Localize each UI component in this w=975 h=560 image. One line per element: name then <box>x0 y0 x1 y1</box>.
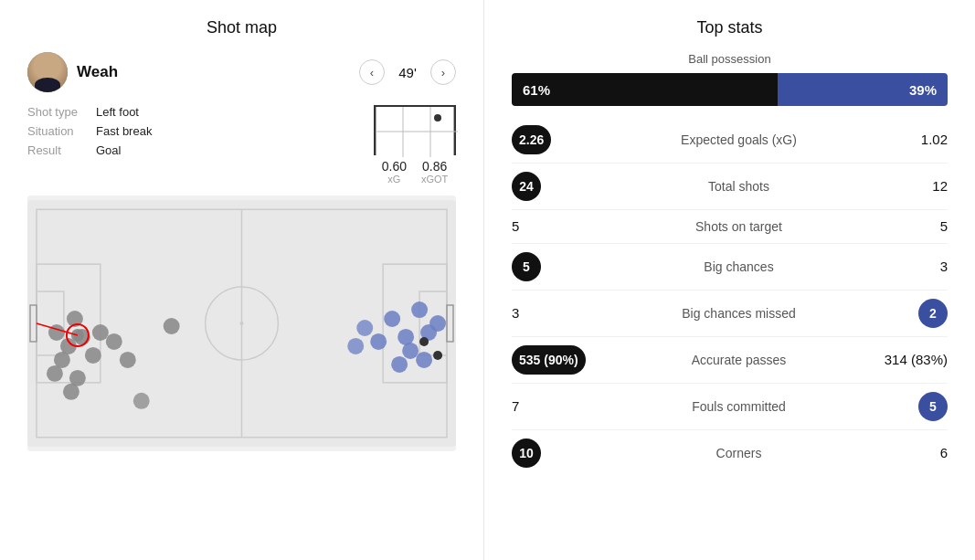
svg-point-44 <box>433 351 442 360</box>
stat-row: 2.26 Expected goals (xG) 1.02 <box>512 117 948 164</box>
stat-center-label: Corners <box>640 446 838 460</box>
svg-point-41 <box>347 338 364 354</box>
player-info: Weah <box>27 52 118 92</box>
stat-right-cell: 5 <box>838 218 948 235</box>
stat-left-badge: 535 (90%) <box>512 345 586 375</box>
stat-center-label: Big chances missed <box>640 306 838 321</box>
possession-bar: 61% 39% <box>512 73 948 106</box>
svg-point-32 <box>384 311 400 327</box>
shot-map-panel: Shot map Weah ‹ 49' › Shot type Left foo… <box>0 0 484 560</box>
top-stats-panel: Top stats Ball possession 61% 39% 2.26 E… <box>484 0 975 560</box>
stat-left-cell: 5 <box>512 252 640 281</box>
shot-type-value: Left foot <box>96 105 139 119</box>
top-stats-title: Top stats <box>512 18 948 37</box>
stat-left-badge: 24 <box>512 172 541 201</box>
situation-row: Situation Fast break <box>27 124 152 138</box>
xgot-value: 0.86 <box>422 159 447 174</box>
svg-point-35 <box>402 343 419 359</box>
stat-right-value: 314 (83%) <box>885 352 948 367</box>
stat-row: 5 Big chances 3 <box>512 244 948 291</box>
stat-left-cell: 3 <box>512 305 640 322</box>
stat-left-cell: 7 <box>512 398 640 415</box>
stat-right-cell: 2 <box>838 299 948 328</box>
prev-button[interactable]: ‹ <box>359 59 385 85</box>
svg-point-20 <box>47 365 63 382</box>
xg-item: 0.60 xG <box>382 159 407 185</box>
stat-right-value: 6 <box>940 445 948 460</box>
result-label: Result <box>27 143 87 157</box>
stat-right-cell: 12 <box>838 178 948 195</box>
stat-center-label: Big chances <box>640 259 838 274</box>
stat-left-badge: 2.26 <box>512 125 551 154</box>
stat-left-cell: 24 <box>512 172 640 201</box>
goal-diagram: 0.60 xG 0.86 xGOT <box>374 105 456 185</box>
stat-row: 3 Big chances missed 2 <box>512 291 948 337</box>
stat-center-label: Shots on target <box>640 219 838 234</box>
situation-label: Situation <box>27 124 87 138</box>
xg-value: 0.60 <box>382 159 407 174</box>
stat-right-cell: 3 <box>838 259 948 275</box>
result-row: Result Goal <box>27 143 152 157</box>
stat-right-value: 5 <box>940 218 948 234</box>
stat-left-badge: 10 <box>512 438 541 468</box>
situation-value: Fast break <box>96 124 152 138</box>
stats-list: 2.26 Expected goals (xG) 1.02 24 Total s… <box>512 117 948 476</box>
possession-left: 61% <box>512 73 778 106</box>
stat-center-label: Expected goals (xG) <box>640 132 838 147</box>
svg-point-24 <box>63 384 79 400</box>
svg-point-40 <box>429 315 446 332</box>
stat-row: 24 Total shots 12 <box>512 164 948 210</box>
avatar <box>27 52 68 92</box>
stat-left-value: 5 <box>512 218 519 234</box>
xg-row: 0.60 xG 0.86 xGOT <box>382 159 449 185</box>
shot-info-left: Shot type Left foot Situation Fast break… <box>27 105 152 185</box>
svg-point-23 <box>92 324 109 341</box>
svg-point-38 <box>416 352 432 368</box>
stat-left-cell: 535 (90%) <box>512 345 640 375</box>
svg-point-8 <box>240 322 244 325</box>
svg-point-42 <box>356 320 373 336</box>
svg-point-25 <box>106 333 122 350</box>
shot-map-title: Shot map <box>27 18 456 37</box>
stat-left-cell: 5 <box>512 218 640 235</box>
stat-right-cell: 314 (83%) <box>838 352 948 368</box>
nav-controls: ‹ 49' › <box>359 59 456 85</box>
result-value: Goal <box>96 143 121 157</box>
shot-type-row: Shot type Left foot <box>27 105 152 119</box>
stat-right-value: 1.02 <box>921 132 948 147</box>
stat-left-value: 3 <box>512 305 519 321</box>
svg-point-37 <box>391 356 408 373</box>
stat-row: 5 Shots on target 5 <box>512 210 948 244</box>
stat-right-value: 12 <box>932 178 948 194</box>
shot-time: 49' <box>394 65 421 80</box>
next-button[interactable]: › <box>430 59 456 85</box>
svg-point-34 <box>411 301 428 318</box>
stat-center-label: Fouls committed <box>640 399 838 414</box>
svg-point-27 <box>164 318 180 334</box>
svg-point-30 <box>71 329 84 342</box>
stat-right-badge: 2 <box>918 299 948 328</box>
stat-center-label: Accurate passes <box>640 353 838 367</box>
svg-point-3 <box>434 114 441 122</box>
stat-right-cell: 1.02 <box>838 132 948 148</box>
stat-right-cell: 6 <box>838 445 948 461</box>
stat-row: 10 Corners 6 <box>512 430 948 476</box>
stat-left-value: 7 <box>512 398 519 414</box>
stat-right-cell: 5 <box>838 392 948 421</box>
stat-left-cell: 2.26 <box>512 125 640 154</box>
svg-point-28 <box>133 393 150 409</box>
shot-type-label: Shot type <box>27 105 87 119</box>
svg-point-43 <box>419 337 429 346</box>
xg-label: xG <box>387 174 400 185</box>
stat-right-value: 3 <box>940 259 948 274</box>
shot-map-field <box>27 195 456 451</box>
svg-point-39 <box>370 333 387 350</box>
xgot-item: 0.86 xGOT <box>421 159 448 185</box>
player-name: Weah <box>77 63 118 81</box>
xgot-label: xGOT <box>421 174 448 185</box>
svg-point-26 <box>120 352 136 368</box>
stat-row: 7 Fouls committed 5 <box>512 384 948 430</box>
stat-row: 535 (90%) Accurate passes 314 (83%) <box>512 337 948 384</box>
stat-center-label: Total shots <box>640 179 838 194</box>
shot-details: Shot type Left foot Situation Fast break… <box>27 105 456 185</box>
